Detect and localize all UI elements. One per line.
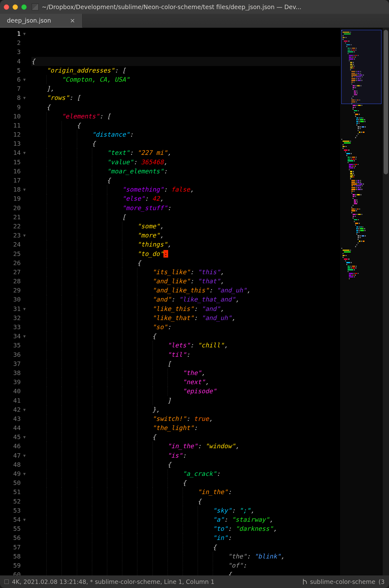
code-line[interactable]: { <box>31 433 340 442</box>
line-number[interactable]: 46 <box>0 442 28 451</box>
line-number[interactable]: 49▼ <box>0 469 28 478</box>
line-number[interactable]: 2 <box>0 38 28 47</box>
code-line[interactable]: "in_the": "window", <box>31 442 340 451</box>
line-number[interactable]: 45▼ <box>0 433 28 442</box>
code-line[interactable]: { <box>31 460 340 469</box>
code-line[interactable]: "til": <box>31 350 340 359</box>
line-number[interactable]: 54▼ <box>0 515 28 524</box>
tab-deep-json[interactable]: deep_json.json × <box>0 14 83 28</box>
line-number[interactable]: 57 <box>0 543 28 552</box>
code-line[interactable]: "more_stuff": <box>31 204 340 213</box>
line-number[interactable]: 34▼ <box>0 332 28 341</box>
line-number[interactable]: 31▼ <box>0 304 28 313</box>
code-line[interactable]: "in_the": <box>31 487 340 497</box>
line-number[interactable]: 51 <box>0 487 28 497</box>
code-line[interactable]: { <box>31 176 340 185</box>
code-line[interactable]: "sky": ";", <box>31 506 340 515</box>
fold-icon[interactable]: ▼ <box>23 148 26 157</box>
code-line[interactable]: "episode" <box>31 387 340 396</box>
code-line[interactable]: { <box>31 570 340 575</box>
code-line[interactable]: [ <box>31 359 340 368</box>
fold-icon[interactable]: ▼ <box>23 93 26 102</box>
line-number[interactable]: 5 <box>0 66 28 75</box>
code-line[interactable]: "elements": [ <box>31 112 340 121</box>
fold-icon[interactable]: ▼ <box>23 185 26 194</box>
line-number[interactable]: 7 <box>0 84 28 93</box>
line-number[interactable]: 4 <box>0 57 28 66</box>
code-line[interactable]: { <box>31 139 340 148</box>
line-number[interactable]: 10 <box>0 112 28 121</box>
line-number[interactable]: 13 <box>0 139 28 148</box>
line-number[interactable]: 1▼ <box>0 29 28 38</box>
line-number-gutter[interactable]: 1▼23456▼78▼91011121314▼15161718▼19202122… <box>0 28 30 575</box>
line-number[interactable]: 9 <box>0 103 28 112</box>
code-line[interactable]: "Compton, CA, USA" <box>31 75 340 84</box>
line-number[interactable]: 15 <box>0 158 28 167</box>
line-number[interactable]: 50 <box>0 478 28 487</box>
code-line[interactable]: "a": "stairway", <box>31 515 340 524</box>
line-number[interactable]: 38 <box>0 368 28 378</box>
line-number[interactable]: 11 <box>0 121 28 130</box>
line-number[interactable]: 28 <box>0 277 28 286</box>
window-titlebar[interactable]: ~/Dropbox/Development/sublime/Neon-color… <box>0 0 389 14</box>
code-line[interactable]: "so": <box>31 323 340 332</box>
line-number[interactable]: 43 <box>0 414 28 423</box>
fold-icon[interactable]: ▼ <box>23 451 26 460</box>
code-line[interactable]: "more", <box>31 231 340 240</box>
fold-icon[interactable]: ▼ <box>23 75 26 84</box>
code-line[interactable]: "of": <box>31 561 340 570</box>
line-number[interactable]: 21 <box>0 213 28 222</box>
line-number[interactable]: 32 <box>0 313 28 323</box>
line-number[interactable]: 53 <box>0 506 28 515</box>
line-number[interactable]: 6▼ <box>0 75 28 84</box>
line-number[interactable]: 26 <box>0 259 28 268</box>
line-number[interactable]: 23▼ <box>0 231 28 240</box>
close-window-button[interactable] <box>4 4 9 10</box>
code-line[interactable]: "and_like": "that", <box>31 277 340 286</box>
line-number[interactable]: 52 <box>0 497 28 506</box>
line-number[interactable]: 12 <box>0 130 28 139</box>
code-line[interactable]: { <box>31 103 340 112</box>
code-line[interactable]: "something": false, <box>31 185 340 194</box>
code-line[interactable]: "to": "darkness", <box>31 524 340 533</box>
line-number[interactable]: 47▼ <box>0 451 28 460</box>
code-line[interactable]: "is": <box>31 451 340 460</box>
code-line[interactable]: { <box>31 332 340 341</box>
code-line[interactable]: "text": "227 mi", <box>31 148 340 157</box>
line-number[interactable]: 35 <box>0 341 28 350</box>
fold-icon[interactable]: ▼ <box>23 405 26 414</box>
code-line[interactable]: "the_light": <box>31 423 340 433</box>
fold-icon[interactable]: ▼ <box>23 231 26 240</box>
code-line[interactable]: "next", <box>31 378 340 387</box>
line-number[interactable]: 19 <box>0 194 28 203</box>
line-number[interactable]: 16 <box>0 167 28 176</box>
tab-bar[interactable]: deep_json.json × <box>0 14 389 28</box>
fold-icon[interactable]: ▼ <box>23 433 26 442</box>
scrollbar-thumb[interactable] <box>384 30 388 174</box>
code-line[interactable]: "the", <box>31 368 340 378</box>
line-number[interactable]: 29 <box>0 286 28 295</box>
line-number[interactable]: 17 <box>0 176 28 185</box>
line-number[interactable]: 18▼ <box>0 185 28 194</box>
code-line[interactable]: "switch!": true, <box>31 414 340 423</box>
fold-icon[interactable]: ▼ <box>23 515 26 524</box>
code-line[interactable]: "some", <box>31 222 340 231</box>
code-line[interactable]: }, <box>31 405 340 414</box>
code-line[interactable]: { <box>31 478 340 487</box>
line-number[interactable]: 24 <box>0 240 28 249</box>
line-number[interactable]: 22 <box>0 222 28 231</box>
code-line[interactable]: [ <box>31 213 340 222</box>
code-line[interactable]: { <box>31 57 340 66</box>
line-number[interactable]: 56 <box>0 533 28 542</box>
line-number[interactable]: 58 <box>0 552 28 561</box>
code-line[interactable]: "like_this": "and", <box>31 304 340 313</box>
code-line[interactable]: "the": "blink", <box>31 552 340 561</box>
minimap[interactable] <box>340 28 383 575</box>
line-number[interactable]: 48 <box>0 460 28 469</box>
code-line[interactable]: "lets": "chill", <box>31 341 340 350</box>
code-line[interactable]: "in": <box>31 533 340 542</box>
code-line[interactable]: "its_like": "this", <box>31 268 340 277</box>
code-line[interactable]: "things", <box>31 240 340 249</box>
line-number[interactable]: 33 <box>0 323 28 332</box>
line-number[interactable]: 44 <box>0 423 28 433</box>
